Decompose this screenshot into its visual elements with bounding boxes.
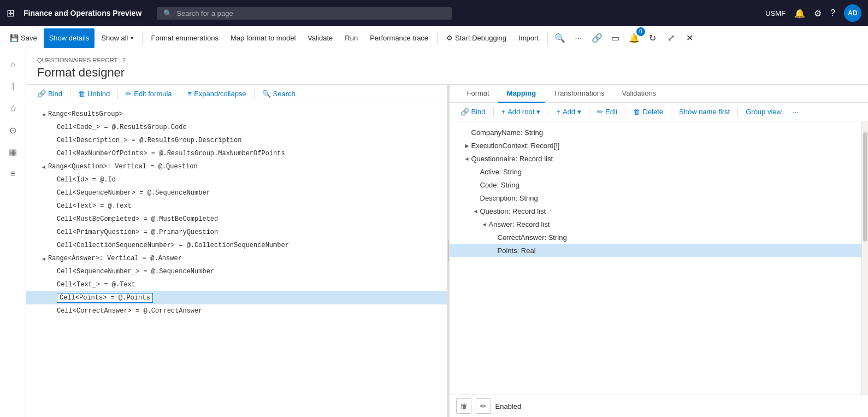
tree-row[interactable]: Cell<PrimaryQuestion> = @.PrimaryQuestio… — [26, 226, 447, 239]
sidebar-home-icon[interactable]: ⌂ — [3, 55, 23, 74]
format-enumerations-button[interactable]: Format enumerations — [146, 28, 225, 48]
tree-row[interactable]: ◄ Range<Answer>: Vertical = @.Answer — [26, 252, 447, 265]
global-search-input[interactable] — [176, 9, 445, 17]
tree-toggle-icon[interactable]: ◄ — [39, 164, 48, 170]
edit-icon: ✏ — [480, 402, 487, 410]
run-button[interactable]: Run — [339, 28, 363, 48]
mapping-row[interactable]: ▶ ExecutionContext: Record[!] — [450, 139, 862, 152]
nav-right: USMF 🔔 ⚙ ? AD — [765, 4, 861, 22]
performance-trace-button[interactable]: Performance trace — [364, 28, 434, 48]
sidebar-toggle-icon[interactable]: ▭ — [607, 30, 624, 47]
notification-bell-icon[interactable]: 🔔 — [794, 8, 805, 19]
tree-toggle-icon[interactable]: ◄ — [480, 221, 489, 227]
sidebar-filter-icon[interactable]: ⊺ — [3, 77, 23, 96]
panel-sep-1 — [70, 89, 70, 99]
global-search-box[interactable]: 🔍 — [157, 7, 452, 20]
sidebar-modules-icon[interactable]: ≡ — [3, 164, 23, 184]
unbind-button[interactable]: 🗑 Unbind — [74, 88, 114, 99]
mapping-row[interactable]: CorrectAnswer: String — [450, 231, 862, 244]
sidebar-favorites-icon[interactable]: ☆ — [3, 98, 23, 118]
mapping-row[interactable]: CompanyName: String — [450, 126, 862, 139]
mapping-footer: 🗑 ✏ Enabled — [450, 395, 869, 417]
tab-validations[interactable]: Validations — [613, 85, 665, 103]
tree-row[interactable]: Cell<CollectionSequenceNumber> = @.Colle… — [26, 239, 447, 252]
show-name-first-button[interactable]: Show name first — [675, 106, 734, 118]
tree-toggle-icon[interactable]: ◄ — [39, 111, 48, 118]
edit-button[interactable]: ✏ Edit — [593, 106, 622, 118]
mapping-row[interactable]: Active: String — [450, 165, 862, 178]
tab-mapping[interactable]: Mapping — [498, 85, 545, 103]
tree-row[interactable]: Cell<Code_> = @.ResultsGroup.Code — [26, 121, 447, 134]
save-button[interactable]: 💾 Save — [4, 28, 43, 48]
tree-row[interactable]: Cell<Text_> = @.Text — [26, 278, 447, 291]
mapping-row[interactable]: Code: String — [450, 178, 862, 191]
toolbar-separator-2 — [437, 32, 438, 45]
edit-formula-button[interactable]: ✏ Edit formula — [121, 88, 176, 99]
tree-row-selected[interactable]: Cell<Points> = @.Points — [26, 291, 447, 304]
mapping-row[interactable]: Description: String — [450, 191, 862, 204]
show-all-button[interactable]: Show all ▾ — [96, 28, 138, 48]
panel-splitter[interactable] — [447, 85, 450, 417]
app-grid-icon[interactable]: ⊞ — [7, 7, 15, 19]
mapping-row[interactable]: ◄ Answer: Record list — [450, 218, 862, 231]
link-icon[interactable]: 🔗 — [588, 30, 606, 47]
bind-icon: 🔗 — [37, 90, 46, 98]
mapping-row[interactable]: ◄ Question: Record list — [450, 204, 862, 218]
tree-toggle-icon[interactable]: ◄ — [463, 156, 471, 162]
toolbar: 💾 Save Show details Show all ▾ Format en… — [0, 26, 868, 50]
add-root-button[interactable]: + Add root ▾ — [497, 106, 545, 118]
close-icon[interactable]: ✕ — [681, 30, 699, 47]
delete-trash-icon: 🗑 — [633, 108, 640, 116]
tree-row[interactable]: ◄ Range<ResultsGroup> — [26, 108, 447, 121]
tab-transformations[interactable]: Transformations — [545, 85, 613, 103]
group-view-button[interactable]: Group view — [741, 106, 786, 118]
sidebar-workspace-icon[interactable]: ▦ — [3, 142, 23, 162]
import-button[interactable]: Import — [513, 28, 544, 48]
scrollbar[interactable] — [861, 121, 868, 395]
scrollbar-thumb[interactable] — [863, 132, 867, 242]
tree-row[interactable]: Cell<Description_> = @.ResultsGroup.Desc… — [26, 134, 447, 147]
tree-row[interactable]: Cell<SequenceNumber> = @.SequenceNumber — [26, 186, 447, 199]
tree-toggle-icon[interactable]: ◄ — [471, 208, 480, 214]
help-icon[interactable]: ? — [830, 8, 835, 18]
refresh-icon[interactable]: ↻ — [644, 30, 662, 47]
ellipsis-button[interactable]: ··· — [570, 30, 587, 47]
show-details-button[interactable]: Show details — [44, 28, 95, 48]
tree-row[interactable]: Cell<CorrectAnswer> = @.CorrectAnswer — [26, 304, 447, 318]
search-toolbar-icon[interactable]: 🔍 — [551, 30, 569, 47]
footer-edit-button[interactable]: ✏ — [476, 398, 491, 414]
search-button[interactable]: 🔍 Search — [258, 88, 300, 99]
validate-button[interactable]: Validate — [302, 28, 338, 48]
tree-row[interactable]: Cell<MustBeCompleted> = @.MustBeComplete… — [26, 213, 447, 226]
mapping-row[interactable]: ◄ Questionnaire: Record list — [450, 152, 862, 165]
tree-row[interactable]: Cell<Id> = @.Id — [26, 173, 447, 186]
expand-collapse-button[interactable]: ≡ Expand/collapse — [184, 88, 251, 99]
add-button[interactable]: + Add ▾ — [552, 106, 586, 118]
mapping-row-selected[interactable]: Points: Real — [450, 244, 862, 257]
page-header: QUESTIONNAIRES REPORT : 2 Format designe… — [26, 50, 868, 85]
tree-toggle-icon[interactable]: ▶ — [463, 143, 471, 149]
mapping-toolbar: 🔗 Bind + Add root ▾ + Add ▾ — [450, 103, 869, 121]
bind-button[interactable]: 🔗 Bind — [33, 88, 67, 99]
add-caret-icon: ▾ — [577, 108, 581, 116]
unbind-icon: 🗑 — [78, 90, 85, 98]
map-format-to-model-button[interactable]: Map format to model — [225, 28, 301, 48]
tree-toggle-icon[interactable]: ◄ — [39, 256, 48, 262]
tree-row[interactable]: Cell<Text> = @.Text — [26, 199, 447, 213]
settings-gear-icon[interactable]: ⚙ — [814, 8, 822, 19]
tree-row[interactable]: ◄ Range<Question>: Vertical = @.Question — [26, 160, 447, 173]
sidebar-recent-icon[interactable]: ⊙ — [3, 120, 23, 140]
mapping-bind-button[interactable]: 🔗 Bind — [456, 106, 490, 118]
footer-delete-button[interactable]: 🗑 — [456, 398, 471, 414]
delete-button[interactable]: 🗑 Delete — [629, 106, 668, 118]
add-root-icon: + — [501, 108, 506, 116]
avatar[interactable]: AD — [844, 4, 861, 22]
tree-row[interactable]: Cell<MaxNumberOfPoints> = @.ResultsGroup… — [26, 147, 447, 160]
tab-format[interactable]: Format — [458, 85, 498, 103]
notification-icon-wrap: 🔔 0 — [625, 30, 643, 47]
add-icon: + — [556, 108, 560, 116]
more-options-button[interactable]: ··· — [788, 106, 803, 118]
start-debugging-button[interactable]: ⚙ Start Debugging — [441, 28, 512, 48]
tree-row[interactable]: Cell<SequenceNumber_> = @.SequenceNumber — [26, 265, 447, 278]
expand-icon[interactable]: ⤢ — [663, 30, 680, 47]
